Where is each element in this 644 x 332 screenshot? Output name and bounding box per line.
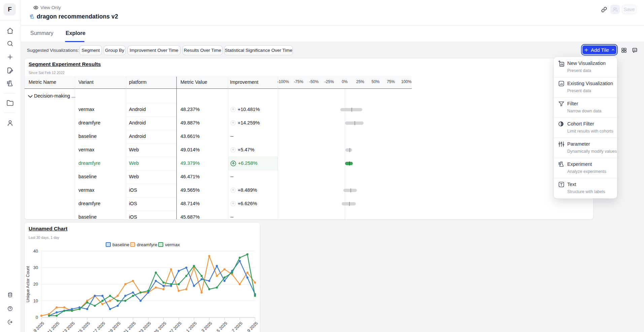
svg-text:Mar 9 2025: Mar 9 2025 bbox=[240, 321, 259, 332]
svg-text:Mar 7 2025: Mar 7 2025 bbox=[225, 321, 244, 332]
svg-text:Feb 9 2025: Feb 9 2025 bbox=[27, 321, 45, 332]
svg-text:Unique Actor Count: Unique Actor Count bbox=[26, 266, 30, 302]
svg-text:10: 10 bbox=[33, 299, 38, 303]
svg-text:Mar 1 2025: Mar 1 2025 bbox=[179, 321, 198, 332]
svg-text:40: 40 bbox=[33, 249, 38, 254]
svg-text:Mar 3 2025: Mar 3 2025 bbox=[195, 321, 213, 332]
svg-text:30: 30 bbox=[33, 265, 38, 270]
svg-text:Mar 5 2025: Mar 5 2025 bbox=[210, 321, 228, 332]
svg-text:Feb 11 2025: Feb 11 2025 bbox=[41, 321, 61, 332]
svg-text:20: 20 bbox=[33, 282, 38, 287]
svg-text:0: 0 bbox=[36, 315, 38, 320]
